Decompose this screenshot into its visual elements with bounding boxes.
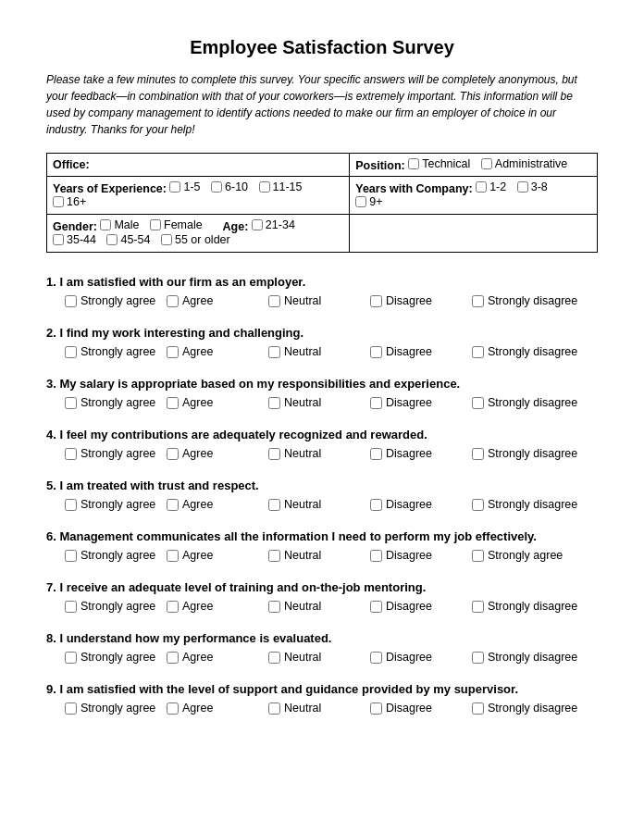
question-9-option-2-label: Neutral [284,702,321,715]
question-8-option-0[interactable]: Strongly agree [65,651,167,664]
age-35-44[interactable]: 35-44 [53,233,96,246]
question-9-option-2[interactable]: Neutral [268,702,370,715]
years-exp-1-5[interactable]: 1-5 [169,180,200,193]
question-4-options: Strongly agreeAgreeNeutralDisagreeStrong… [46,447,598,460]
question-9-option-0[interactable]: Strongly agree [65,702,167,715]
question-9-option-3[interactable]: Disagree [370,702,472,715]
question-1-option-2[interactable]: Neutral [268,294,370,307]
question-2-text: 2. I find my work interesting and challe… [46,326,598,340]
gender-female[interactable]: Female [150,218,203,231]
question-7-option-4[interactable]: Strongly disagree [472,600,577,613]
office-label: Office: [53,158,90,171]
years-exp-11-15[interactable]: 11-15 [259,180,303,193]
position-technical[interactable]: Technical [408,157,470,170]
question-3-option-1[interactable]: Agree [167,396,268,409]
question-4-option-4[interactable]: Strongly disagree [472,447,577,460]
question-3-option-4-label: Strongly disagree [488,396,577,409]
question-5-option-4-label: Strongly disagree [488,498,577,511]
question-4-option-1-label: Agree [182,447,213,460]
question-1-option-3[interactable]: Disagree [370,294,472,307]
question-5-option-2-label: Neutral [284,498,321,511]
question-6-text: 6. Management communicates all the infor… [46,529,598,543]
position-label: Position: [355,159,404,172]
question-2-option-0[interactable]: Strongly agree [65,345,167,358]
question-1-option-4-label: Strongly disagree [488,294,577,307]
question-1-option-1[interactable]: Agree [167,294,268,307]
position-administrative[interactable]: Administrative [481,157,568,170]
question-1-option-0[interactable]: Strongly agree [65,294,167,307]
question-7-option-0[interactable]: Strongly agree [65,600,167,613]
question-3-option-2[interactable]: Neutral [268,396,370,409]
years-exp-6-10[interactable]: 6-10 [211,180,248,193]
question-1-option-2-label: Neutral [284,294,321,307]
question-8-option-0-label: Strongly agree [80,651,155,664]
question-7-option-3-label: Disagree [386,600,432,613]
question-9-option-3-label: Disagree [386,702,432,715]
age-55plus[interactable]: 55 or older [161,233,230,246]
question-9-option-4-label: Strongly disagree [488,702,577,715]
years-exp-16plus[interactable]: 16+ [53,195,86,208]
question-8-option-1[interactable]: Agree [167,651,268,664]
question-3-option-4[interactable]: Strongly disagree [472,396,577,409]
question-8-option-3[interactable]: Disagree [370,651,472,664]
question-5-option-4[interactable]: Strongly disagree [472,498,577,511]
question-4-option-2[interactable]: Neutral [268,447,370,460]
question-2-option-4[interactable]: Strongly disagree [472,345,577,358]
question-5-option-1-label: Agree [182,498,213,511]
demographics-table: Office: Position: Technical Administrati… [46,153,598,253]
question-6-option-1[interactable]: Agree [167,549,268,562]
question-4-option-3[interactable]: Disagree [370,447,472,460]
years-company-3-8[interactable]: 3-8 [517,180,548,193]
question-9-option-4[interactable]: Strongly disagree [472,702,577,715]
years-company-1-2[interactable]: 1-2 [476,180,506,193]
question-7-option-1-label: Agree [182,600,213,613]
question-8-option-1-label: Agree [182,651,213,664]
question-8-option-2[interactable]: Neutral [268,651,370,664]
question-7-option-2[interactable]: Neutral [268,600,370,613]
question-6-option-3[interactable]: Disagree [370,549,472,562]
question-7-option-3[interactable]: Disagree [370,600,472,613]
question-2-option-2[interactable]: Neutral [268,345,370,358]
question-9-text: 9. I am satisfied with the level of supp… [46,682,598,696]
question-1-option-4[interactable]: Strongly disagree [472,294,577,307]
question-6-option-2-label: Neutral [284,549,321,562]
question-3-option-0[interactable]: Strongly agree [65,396,167,409]
years-exp-label: Years of Experience: [53,182,167,195]
question-4-option-1[interactable]: Agree [167,447,268,460]
age-45-54[interactable]: 45-54 [106,233,150,246]
question-2-option-4-label: Strongly disagree [488,345,577,358]
question-1-option-0-label: Strongly agree [80,294,155,307]
years-company-9plus[interactable]: 9+ [355,195,382,208]
question-6-option-2[interactable]: Neutral [268,549,370,562]
question-5-option-0[interactable]: Strongly agree [65,498,167,511]
age-21-34[interactable]: 21-34 [252,218,295,231]
question-1-option-3-label: Disagree [386,294,432,307]
question-3-option-0-label: Strongly agree [80,396,155,409]
question-8-option-4[interactable]: Strongly disagree [472,651,577,664]
question-2-option-3[interactable]: Disagree [370,345,472,358]
question-4-option-0[interactable]: Strongly agree [65,447,167,460]
intro-text: Please take a few minutes to complete th… [46,71,598,138]
question-5-option-2[interactable]: Neutral [268,498,370,511]
question-7-block: 7. I receive an adequate level of traini… [46,580,598,613]
question-4-block: 4. I feel my contributions are adequatel… [46,428,598,460]
question-6-option-0-label: Strongly agree [80,549,155,562]
question-5-option-3[interactable]: Disagree [370,498,472,511]
question-5-option-1[interactable]: Agree [167,498,268,511]
question-2-block: 2. I find my work interesting and challe… [46,326,598,358]
question-2-option-1[interactable]: Agree [167,345,268,358]
question-8-options: Strongly agreeAgreeNeutralDisagreeStrong… [46,651,598,664]
question-6-option-4[interactable]: Strongly agree [472,549,574,562]
question-5-text: 5. I am treated with trust and respect. [46,479,598,492]
gender-male[interactable]: Male [100,218,139,231]
question-3-option-3-label: Disagree [386,396,432,409]
question-4-option-4-label: Strongly disagree [488,447,577,460]
question-1-text: 1. I am satisfied with our firm as an em… [46,275,598,289]
question-6-option-0[interactable]: Strongly agree [65,549,167,562]
question-6-option-3-label: Disagree [386,549,432,562]
question-9-option-1[interactable]: Agree [167,702,268,715]
question-5-block: 5. I am treated with trust and respect.S… [46,479,598,511]
question-3-option-3[interactable]: Disagree [370,396,472,409]
question-7-option-1[interactable]: Agree [167,600,268,613]
question-6-option-4-label: Strongly agree [488,549,563,562]
